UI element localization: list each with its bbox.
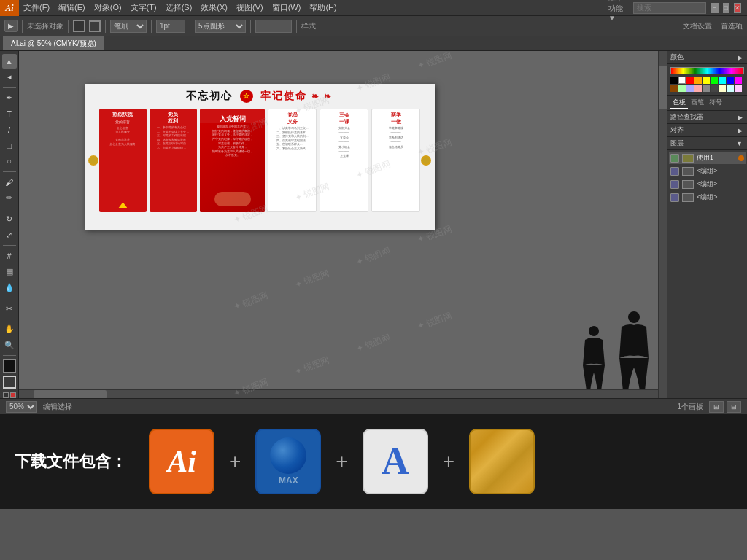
tab-swatches[interactable]: 色板 (670, 97, 688, 109)
tool-line[interactable]: / (2, 122, 17, 137)
layer-item-3[interactable]: <编组> (669, 191, 746, 203)
tool-ellipse[interactable]: ○ (2, 154, 17, 168)
stroke-box[interactable] (3, 376, 16, 389)
swatch-lightred[interactable] (694, 85, 702, 92)
workspace-label[interactable]: 基本功能 ▼ (608, 0, 629, 22)
menu-help[interactable]: 帮助(H) (305, 1, 341, 15)
silhouette-woman (579, 325, 608, 398)
menu-object[interactable]: 对象(O) (90, 1, 126, 15)
main-area: ▲ ◂ ✒ T / □ ○ 🖌 ✏ ↻ ⤢ # ▤ 💧 ✂ ✋ 🔍 (0, 51, 747, 398)
swatch-black[interactable] (670, 77, 678, 84)
menu-view[interactable]: 视图(V) (232, 1, 268, 15)
minimize-button[interactable]: － (711, 3, 719, 13)
draw-mode[interactable] (10, 392, 16, 398)
zoom-select[interactable]: 50% (6, 401, 37, 413)
close-button[interactable]: ✕ (734, 3, 741, 13)
view-btn-1[interactable]: ⊞ (709, 401, 724, 413)
doc-settings-btn[interactable]: 文档设置 (683, 21, 712, 31)
swatch-cyan[interactable] (719, 77, 726, 84)
scrollbar-horizontal[interactable] (19, 389, 658, 398)
search-input[interactable] (633, 2, 706, 14)
pathfinder-section-header[interactable]: 路径查找器 ▶ (667, 111, 747, 124)
scrollbar-h-thumb[interactable] (34, 390, 107, 398)
align-expand-icon[interactable]: ▶ (736, 126, 744, 135)
max-sphere (270, 438, 306, 474)
layer-3-eye[interactable] (670, 193, 679, 202)
tool-mesh[interactable]: # (2, 249, 17, 263)
tool-type[interactable]: T (2, 106, 17, 121)
swatch-lightblue[interactable] (686, 85, 694, 92)
panel-2-content: 一、参加党的有关会议…二、在党的会议上充分…三、对党的工作提出建…四、选举权和被… (155, 125, 190, 150)
menu-window[interactable]: 窗口(W) (268, 1, 306, 15)
toolbar-arrow-icon[interactable]: ▶ (4, 20, 18, 32)
swatch-orange[interactable] (694, 77, 702, 84)
swatch-gray[interactable] (703, 85, 710, 92)
swatch-white[interactable] (678, 77, 686, 84)
tool-eyedropper[interactable]: 💧 (2, 280, 17, 295)
swatch-brown[interactable] (670, 85, 678, 92)
align-section-header[interactable]: 对齐 ▶ (667, 124, 747, 137)
menu-file[interactable]: 文件(F) (19, 1, 54, 15)
tool-rect[interactable]: □ (2, 139, 17, 153)
preferences-btn[interactable]: 首选项 (721, 21, 743, 31)
tab-brush[interactable]: 画笔 (689, 97, 706, 109)
layers-section-header[interactable]: 图层 ▼ (667, 137, 747, 150)
maximize-button[interactable]: □ (723, 3, 729, 13)
scrollbar-thumb[interactable] (659, 66, 667, 109)
layer-1-eye[interactable] (670, 167, 679, 176)
fill-box[interactable] (3, 359, 16, 373)
silhouette-container (579, 311, 652, 398)
left-gold-circle (88, 155, 98, 166)
swatch-green[interactable] (711, 77, 718, 84)
silhouette-man (616, 311, 652, 398)
pathfinder-expand-icon[interactable]: ▶ (736, 113, 744, 122)
tool-hand[interactable]: ✋ (2, 322, 17, 337)
color-swatches-grid (670, 77, 744, 92)
swatch-lightmagenta[interactable] (735, 85, 742, 92)
bottom-icon-wood (469, 429, 535, 494)
font-letter: A (382, 443, 409, 481)
menu-edit[interactable]: 编辑(E) (54, 1, 90, 15)
tab-symbol[interactable]: 符号 (707, 97, 724, 109)
color-expand-icon[interactable]: ▶ (736, 53, 744, 62)
tool-zoom[interactable]: 🔍 (2, 338, 17, 353)
tool-select[interactable]: ▲ (2, 54, 17, 69)
tool-direct-select[interactable]: ◂ (2, 70, 17, 85)
tool-rotate[interactable]: ↻ (2, 212, 17, 227)
tool-scale[interactable]: ⤢ (2, 228, 17, 242)
view-btn-2[interactable]: ⊟ (727, 401, 741, 413)
color-section-header[interactable]: 颜色 ▶ (667, 51, 747, 64)
tool-paintbrush[interactable]: 🖌 (2, 175, 17, 190)
menu-text[interactable]: 文字(T) (126, 1, 161, 15)
tab-main[interactable]: AI.ai @ 50% (CMYK/预览) (3, 36, 104, 50)
tool-scissors[interactable]: ✂ (2, 301, 17, 316)
color-bar[interactable] (670, 67, 744, 74)
normal-mode[interactable] (3, 392, 9, 398)
layer-item-1[interactable]: <编组> (669, 165, 746, 177)
layer-item-0[interactable]: 使用1 (669, 152, 746, 164)
tool-gradient[interactable]: ▤ (2, 265, 17, 279)
menu-select[interactable]: 选择(S) (161, 1, 197, 15)
layer-2-eye[interactable] (670, 180, 679, 189)
menu-effect[interactable]: 效果(X) (196, 1, 232, 15)
swatch-yellow[interactable] (703, 77, 710, 84)
swatch-lightgreen[interactable] (678, 85, 686, 92)
swatch-lightcyan[interactable] (727, 85, 734, 92)
design-panel-1: 热烈庆祝 党的宗旨 全心全意为人民服务─────党的宗旨是全心全意为人民服务 (99, 109, 147, 212)
swatch-magenta[interactable] (735, 77, 742, 84)
swatch-red[interactable] (686, 77, 694, 84)
selection-label: 未选择对象 (27, 21, 63, 31)
layer-0-eye[interactable] (670, 154, 679, 163)
right-tabs-row: 色板 画笔 符号 (667, 96, 747, 111)
scrollbar-vertical[interactable] (658, 51, 667, 398)
layers-expand-icon[interactable]: ▼ (735, 139, 744, 148)
layer-item-2[interactable]: <编组> (669, 178, 746, 190)
swatch-darkgray[interactable] (711, 85, 718, 92)
swatch-lightyellow[interactable] (719, 85, 726, 92)
design-panel-5: 三会一课 支部大会─────支委会─────党小组会─────上党课 (320, 109, 368, 212)
layer-0-dot (738, 155, 744, 161)
align-title: 对齐 (670, 125, 684, 135)
swatch-blue[interactable] (727, 77, 734, 84)
tool-pen[interactable]: ✒ (2, 90, 17, 105)
tool-pencil[interactable]: ✏ (2, 191, 17, 206)
